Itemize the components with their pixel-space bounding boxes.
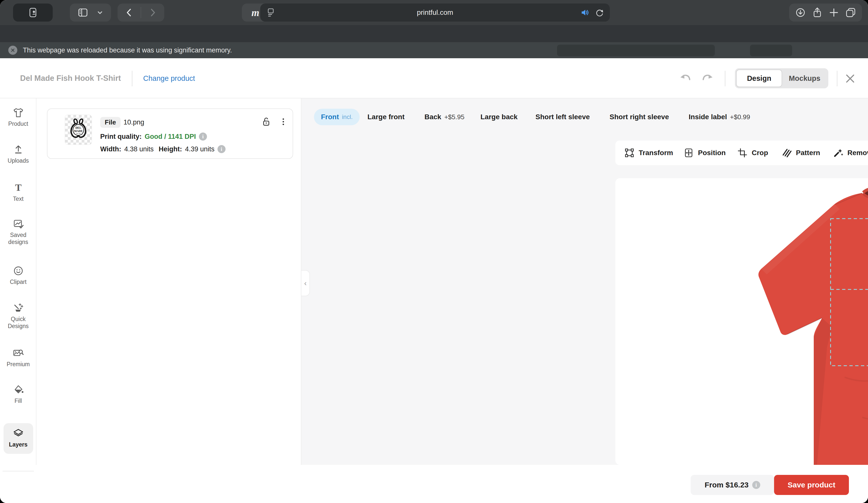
height-value: 4.39 units <box>185 145 215 153</box>
sidebar-item-product[interactable]: Product <box>0 107 37 127</box>
print-quality-label: Print quality: <box>100 133 142 140</box>
svg-text:EST. 2020: EST. 2020 <box>76 133 81 134</box>
background-artifact <box>750 45 792 56</box>
tab-overview-icon[interactable] <box>845 7 856 18</box>
svg-text:DEL: DEL <box>75 126 81 129</box>
view-toggle: Design Mockups <box>735 68 828 88</box>
sidebar-item-saved-designs[interactable]: Saved designs <box>0 218 37 245</box>
extension-h-icon[interactable]: m <box>251 7 259 19</box>
undo-button[interactable] <box>679 72 692 85</box>
svg-text:MADE: MADE <box>74 129 83 133</box>
kebab-menu-icon[interactable] <box>278 116 289 127</box>
save-product-button[interactable]: Save product <box>774 475 849 495</box>
rail-divider-bottom <box>2 471 34 471</box>
back-button[interactable] <box>124 7 134 18</box>
sidebar-item-clipart[interactable]: Clipart <box>0 265 37 286</box>
crop-icon <box>737 148 748 158</box>
sidebar-item-quick-designs[interactable]: Quick Designs <box>0 302 37 329</box>
header-divider <box>725 71 725 86</box>
editor-header: Del Made Fish Hook T-Shirt Change produc… <box>0 58 868 98</box>
remove-background-button[interactable]: Remove background <box>833 140 868 165</box>
redo-button[interactable] <box>701 72 714 85</box>
forward-button[interactable] <box>147 7 158 18</box>
placement-back[interactable]: Back +$5.95 <box>424 109 464 125</box>
header-divider <box>837 71 837 86</box>
pattern-icon <box>781 148 792 158</box>
profile-button[interactable] <box>13 3 53 22</box>
bottom-bar: From $16.23 i Save product <box>0 465 868 503</box>
notification-bar: This webpage was reloaded because it was… <box>0 42 868 58</box>
sidebar-item-premium[interactable]: Premium <box>0 347 37 368</box>
placement-large-back[interactable]: Large back <box>480 109 518 125</box>
width-label: Width: <box>100 145 121 153</box>
upload-icon <box>12 144 24 155</box>
print-quality-value: Good / 1141 DPI <box>145 133 196 140</box>
browser-window: m M printful.com <box>0 0 868 503</box>
sidebar-chevron-down-icon[interactable] <box>96 9 104 16</box>
reload-icon[interactable] <box>595 8 604 17</box>
nav-divider <box>141 7 141 18</box>
left-rail: Product Uploads T Text Saved designs Cli… <box>0 98 37 503</box>
change-product-link[interactable]: Change product <box>143 74 195 83</box>
width-value: 4.38 units <box>124 145 154 153</box>
address-bar[interactable]: printful.com <box>260 3 610 22</box>
tab-design[interactable]: Design <box>736 70 782 87</box>
collapse-panel-handle[interactable]: ‹ <box>301 270 310 296</box>
sidebar-item-layers[interactable]: Layers <box>0 428 37 448</box>
height-label: Height: <box>159 145 182 153</box>
position-button[interactable]: Position <box>683 140 726 165</box>
position-icon <box>683 148 694 158</box>
dismiss-notification-icon[interactable] <box>8 46 17 55</box>
placement-front[interactable]: Front incl. <box>314 109 360 125</box>
design-canvas[interactable]: DEL MADE EST. 2020 <box>615 178 868 465</box>
print-area-overlay <box>615 178 868 465</box>
placement-short-right-sleeve[interactable]: Short right sleeve <box>610 109 669 125</box>
downloads-icon[interactable] <box>795 7 806 18</box>
pattern-button[interactable]: Pattern <box>781 140 820 165</box>
price-text: From $16.23 <box>704 481 748 489</box>
remove-background-icon <box>833 148 844 158</box>
layers-icon <box>12 428 24 439</box>
info-icon[interactable]: i <box>199 133 207 140</box>
layer-thumbnail[interactable]: DEL MADE EST. 2020 <box>65 115 92 145</box>
premium-images-icon <box>12 347 24 359</box>
saved-designs-icon <box>12 218 24 230</box>
tab-bar: m G ✺ ✿ U ✾ ✳ ⧉ My Account - Paradise Gr… <box>0 25 868 42</box>
header-divider <box>132 71 132 86</box>
price-summary: From $16.23 i <box>691 475 774 495</box>
magic-wand-icon <box>12 302 24 314</box>
price-info-icon[interactable]: i <box>752 481 760 489</box>
fill-bucket-icon <box>12 384 24 396</box>
text-icon: T <box>12 182 24 193</box>
new-tab-icon[interactable] <box>828 7 839 18</box>
tab-audio-icon[interactable] <box>580 8 589 17</box>
placement-inside-label[interactable]: Inside label +$0.99 <box>689 109 750 125</box>
transform-icon <box>624 148 635 158</box>
placement-short-left-sleeve[interactable]: Short left sleeve <box>536 109 590 125</box>
info-icon[interactable]: i <box>217 145 226 153</box>
sidebar-toggle-button[interactable] <box>77 7 89 18</box>
tshirt-icon <box>12 107 24 118</box>
placement-large-front[interactable]: Large front <box>368 109 405 125</box>
close-icon[interactable] <box>844 73 856 84</box>
editor-main: Front incl. Large front Back +$5.95 Larg… <box>301 98 868 503</box>
tab-mockups[interactable]: Mockups <box>782 70 827 87</box>
crop-button[interactable]: Crop <box>737 140 768 165</box>
sidebar-item-fill[interactable]: Fill <box>0 384 37 405</box>
layers-panel: DEL MADE EST. 2020 File 10.png Print qua… <box>37 98 301 503</box>
sidebar-item-uploads[interactable]: Uploads <box>0 144 37 165</box>
notification-text: This webpage was reloaded because it was… <box>23 46 232 54</box>
profile-icon <box>27 7 39 19</box>
lock-icon[interactable] <box>261 116 271 127</box>
svg-text:T: T <box>15 182 22 193</box>
layer-card[interactable]: DEL MADE EST. 2020 File 10.png Print qua… <box>47 108 293 159</box>
sidebar-item-text[interactable]: T Text <box>0 182 37 202</box>
transform-button[interactable]: Transform <box>624 140 673 165</box>
share-icon[interactable] <box>812 7 823 18</box>
background-artifact <box>557 45 715 56</box>
product-title: Del Made Fish Hook T-Shirt <box>20 74 121 83</box>
file-badge: File <box>100 117 121 128</box>
browser-toolbar: m M printful.com <box>0 0 868 25</box>
printful-editor: Del Made Fish Hook T-Shirt Change produc… <box>0 58 868 503</box>
design-toolbar: Transform Position Crop Pattern Remove b… <box>615 140 868 165</box>
